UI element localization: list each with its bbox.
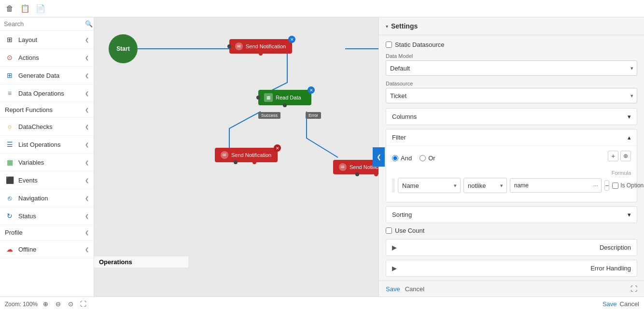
settings-header: ▾ Settings xyxy=(379,17,644,35)
sorting-label: Sorting xyxy=(392,211,412,218)
sidebar-item-offline[interactable]: ☁ Offline ❮ xyxy=(0,240,94,258)
dot-b2-3 xyxy=(374,172,378,176)
close-node-read[interactable]: ✕ xyxy=(308,86,315,94)
or-radio[interactable] xyxy=(420,155,426,161)
add-group-btn[interactable]: ⊕ xyxy=(620,151,631,161)
data-model-select[interactable]: Default xyxy=(386,60,637,76)
sidebar-item-events[interactable]: ⬛ Events ❮ xyxy=(0,171,94,189)
settings-collapse-icon[interactable]: ▾ xyxy=(386,24,388,29)
search-input[interactable] xyxy=(4,20,85,28)
use-count-label[interactable]: Use Count xyxy=(386,227,424,234)
zoom-reset-button[interactable]: ⊙ xyxy=(66,299,75,309)
sidebar-label-profile: Profile xyxy=(5,229,23,236)
add-filter-btn[interactable]: + xyxy=(608,151,618,161)
cancel-button[interactable]: Cancel xyxy=(405,285,424,293)
zoom-fit-button[interactable]: ⛶ xyxy=(78,299,88,309)
datasource-select[interactable]: Ticket xyxy=(386,88,637,103)
sorting-section: Sorting ▾ xyxy=(386,206,637,223)
columns-header[interactable]: Columns ▾ xyxy=(386,109,637,125)
zoom-out-button[interactable]: ⊖ xyxy=(53,299,63,309)
search-icon[interactable]: 🔍 xyxy=(85,20,93,28)
sidebar-section-layout: ⊞ Layout ❮ xyxy=(0,31,94,49)
sidebar-item-profile[interactable]: Profile ❮ xyxy=(0,225,94,240)
sidebar-item-listops[interactable]: ☰ List Operations ❮ xyxy=(0,136,94,153)
dot-b1-3 xyxy=(355,172,359,176)
bottom-save-button[interactable]: Save xyxy=(602,300,617,308)
sidebar-item-status[interactable]: ↻ Status ❮ xyxy=(0,207,94,225)
close-node-1[interactable]: ✕ xyxy=(288,36,295,43)
variables-icon: ▦ xyxy=(5,157,14,167)
dot-bottom-read xyxy=(283,103,287,107)
sidebar-label-events: Events xyxy=(18,177,38,184)
collapse-left-button[interactable]: ❮ xyxy=(373,147,385,167)
dot-left-1 xyxy=(227,44,231,48)
sidebar-label-variables: Variables xyxy=(18,159,44,166)
settings-body: Static Datasource Data Model Default Dat… xyxy=(379,35,644,281)
paste-icon[interactable]: 📄 xyxy=(35,3,46,14)
datasource-select-wrapper: Ticket xyxy=(386,88,637,103)
chevron-icon: ❮ xyxy=(85,73,89,78)
read-data-node[interactable]: ▦ Read Data ✕ Success Error xyxy=(258,90,311,105)
error-handling-section: ▶ Error Handling xyxy=(386,260,637,277)
filter-input-dots[interactable]: ··· xyxy=(590,182,601,189)
fullscreen-button[interactable]: ⛶ xyxy=(630,285,637,293)
sidebar-item-dataops[interactable]: ≡ Data Operations ❮ xyxy=(0,85,94,102)
or-radio-label[interactable]: Or xyxy=(420,155,435,162)
and-radio[interactable] xyxy=(392,155,398,161)
filter-value-input[interactable] xyxy=(510,179,590,192)
filter-operator-select[interactable]: notlike xyxy=(463,178,507,193)
and-radio-label[interactable]: And xyxy=(392,155,412,162)
nav-icon: ⎋ xyxy=(5,193,14,203)
canvas-area[interactable]: ❮ Start ✉ Send N xyxy=(94,17,378,297)
main-area: 🔍 ⊞ Layout ❮ ⊙ Actions ❮ xyxy=(0,17,644,297)
error-handling-header[interactable]: ▶ Error Handling xyxy=(386,260,637,276)
sidebar-item-generate[interactable]: ⊞ Generate Data ❮ xyxy=(0,67,94,84)
sidebar-item-actions[interactable]: ⊙ Actions ❮ xyxy=(0,49,94,66)
is-optional-checkbox[interactable] xyxy=(612,183,618,189)
send-notification-2-node[interactable]: ✉ Send Notification ✕ xyxy=(215,148,278,162)
filter-body: And Or + ⊕ xyxy=(386,145,637,202)
zoom-in-button[interactable]: ⊕ xyxy=(41,299,50,309)
datachecks-icon: ○ xyxy=(5,122,14,131)
send-notification-3-node[interactable]: ✉ Send Notification ✕ xyxy=(333,160,378,174)
sidebar-section-profile: Profile ❮ xyxy=(0,225,94,240)
columns-label: Columns xyxy=(392,113,417,120)
description-header[interactable]: ▶ Description xyxy=(386,240,637,255)
is-optional-label[interactable]: Is Optional xyxy=(612,182,644,189)
top-toolbar: 🗑 📋 📄 xyxy=(0,0,644,17)
sidebar-item-datachecks[interactable]: ○ DataChecks ❮ xyxy=(0,118,94,135)
chevron-icon: ❮ xyxy=(85,142,89,147)
bottom-bar: Zoom: 100% ⊕ ⊖ ⊙ ⛶ Save Cancel xyxy=(0,297,644,311)
copy-icon[interactable]: 📋 xyxy=(19,3,31,14)
zoom-label: Zoom: 100% xyxy=(5,301,38,308)
sidebar-item-navigation[interactable]: ⎋ Navigation ❮ xyxy=(0,189,94,207)
filter-header[interactable]: Filter ▴ xyxy=(386,129,637,145)
filter-row-indicator xyxy=(392,178,395,193)
use-count-text: Use Count xyxy=(395,227,424,234)
layout-icon: ⊞ xyxy=(5,35,14,44)
trash-icon[interactable]: 🗑 xyxy=(4,3,15,14)
notif-icon-2: ✉ xyxy=(221,151,228,159)
bottom-cancel-button[interactable]: Cancel xyxy=(620,300,639,308)
static-datasource-label[interactable]: Static Datasource xyxy=(386,41,445,48)
static-datasource-checkbox[interactable] xyxy=(386,42,392,48)
remove-filter-btn[interactable]: − xyxy=(604,180,609,191)
filter-value-input-wrapper: ··· xyxy=(510,178,602,193)
send-notification-1-label: Send Notification xyxy=(246,43,286,49)
sidebar-item-variables[interactable]: ▦ Variables ❮ xyxy=(0,154,94,171)
chevron-icon: ❮ xyxy=(85,196,89,201)
start-node[interactable]: Start xyxy=(109,34,138,63)
filter-radio-group: And Or xyxy=(392,155,435,162)
sorting-header[interactable]: Sorting ▾ xyxy=(386,207,637,223)
sidebar-item-report[interactable]: Report Functions ❮ xyxy=(0,102,94,117)
close-node-2[interactable]: ✕ xyxy=(274,144,281,152)
chevron-icon: ❮ xyxy=(85,91,89,96)
sidebar: 🔍 ⊞ Layout ❮ ⊙ Actions ❮ xyxy=(0,17,94,297)
list-ops-icon: ☰ xyxy=(5,140,14,149)
sidebar-item-layout[interactable]: ⊞ Layout ❮ xyxy=(0,31,94,48)
datasource-group: Datasource Ticket xyxy=(386,81,637,103)
send-notification-1-node[interactable]: ✉ Send Notification ✕ xyxy=(229,39,292,54)
save-button[interactable]: Save xyxy=(386,285,400,293)
filter-field-select[interactable]: Name xyxy=(398,178,461,193)
use-count-checkbox[interactable] xyxy=(386,227,392,234)
